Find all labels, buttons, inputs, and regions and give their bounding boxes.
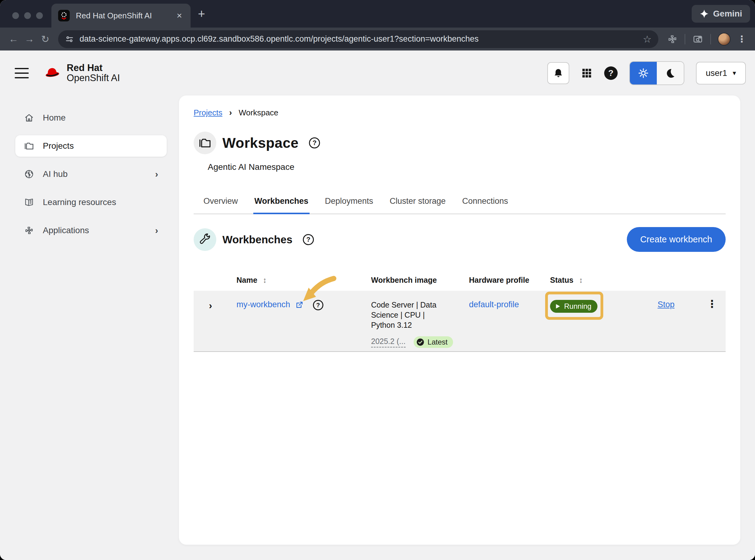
workbenches-section-header: Workbenches ? Create workbench [193,227,726,252]
openshift-ai-app: Red Hat OpenShift AI ? [0,51,755,560]
toolbar-divider [710,34,711,44]
table-header-row: Name ↕ Workbench image Hardware profile … [193,272,726,291]
tab-close-icon[interactable]: × [175,11,184,21]
window-controls[interactable] [12,12,43,19]
window-zoom-button[interactable] [36,12,43,19]
image-version-truncated[interactable]: 2025.2 (... [371,337,406,348]
tab-search-icon[interactable] [692,33,703,45]
column-header-workbench-image: Workbench image [359,272,460,291]
breadcrumb: Projects › Workspace [193,108,726,118]
workbench-name-link[interactable]: my-workbench [237,300,290,309]
status-cell: Running [536,291,607,351]
url-text[interactable]: data-science-gateway.apps.ocp.cl69z.sand… [80,34,638,44]
window-close-button[interactable] [12,12,19,19]
wrench-icon [193,228,216,251]
name-cell: my-workbench ? [227,291,359,351]
sidebar-item-label: Learning resources [43,197,116,207]
chevron-right-icon: › [155,169,158,179]
play-icon [554,303,561,310]
browser-menu-icon[interactable]: ⋮ [737,34,747,44]
create-workbench-button[interactable]: Create workbench [627,227,726,252]
browser-window: Red Hat OpenShift AI × + Gemini ← → ↻ da… [0,0,755,560]
window-minimize-button[interactable] [24,12,31,19]
workbench-image-cell: Code Server | Data Science | CPU | Pytho… [359,291,460,351]
column-header-name[interactable]: Name ↕ [227,272,359,291]
page-title: Workspace [222,135,299,151]
dark-theme-button[interactable] [657,62,684,84]
site-settings-icon[interactable] [65,35,74,44]
gemini-label: Gemini [713,9,742,19]
extensions-puzzle-icon[interactable] [667,34,678,45]
latest-badge: Latest [414,336,453,348]
column-header-hardware-profile: Hardware profile [460,272,536,291]
sidebar-item-learning-resources[interactable]: Learning resources [15,192,167,213]
user-menu-button[interactable]: user1 ▾ [696,62,746,84]
brand-line1: Red Hat [67,63,120,73]
chevron-down-icon: ▾ [733,69,736,77]
workbench-image-name: Code Server | Data Science | CPU | Pytho… [371,300,448,330]
sidebar-item-home[interactable]: Home [15,107,167,128]
title-help-icon[interactable]: ? [309,137,320,148]
action-cell: Stop [607,291,698,351]
sort-icon[interactable]: ↕ [263,276,267,285]
section-help-icon[interactable]: ? [303,234,314,245]
row-kebab-menu[interactable]: ⋮ [698,291,726,351]
brand-logo[interactable]: Red Hat OpenShift AI [43,63,120,83]
tab-connections[interactable]: Connections [461,192,509,214]
tab-cluster-storage[interactable]: Cluster storage [388,192,447,214]
tab-workbenches[interactable]: Workbenches [253,192,310,214]
folder-icon [24,141,35,151]
theme-toggle [629,61,684,85]
chevron-right-icon: › [155,225,158,236]
sidebar-item-label: AI hub [43,169,68,179]
nav-toggle-hamburger-icon[interactable] [15,68,29,78]
sidebar-item-projects[interactable]: Projects [15,135,167,157]
masthead-actions: ? user1 ▾ [547,61,746,85]
hardware-profile-link[interactable]: default-profile [469,300,519,309]
tab-overview[interactable]: Overview [202,192,239,214]
hardware-profile-cell: default-profile [460,291,536,351]
toolbar-divider [685,34,685,44]
address-bar[interactable]: data-science-gateway.apps.ocp.cl69z.sand… [58,30,658,48]
browser-profile-avatar[interactable] [718,33,731,46]
sidebar-item-label: Home [43,113,66,123]
gemini-button[interactable]: Gemini [692,5,750,23]
row-expand-toggle[interactable]: › [193,291,227,351]
name-help-icon[interactable]: ? [313,300,323,310]
sidebar-item-applications[interactable]: Applications › [15,220,167,241]
sort-icon[interactable]: ↕ [579,276,583,285]
breadcrumb-projects-link[interactable]: Projects [193,108,222,118]
new-tab-button[interactable]: + [198,7,205,21]
sidebar-item-label: Projects [43,141,74,151]
puzzle-icon [24,225,35,236]
tab-title: Red Hat OpenShift AI [76,11,175,20]
project-description: Agentic AI Namespace [208,162,726,172]
bookmark-star-icon[interactable]: ☆ [643,33,652,45]
browser-tab-strip: Red Hat OpenShift AI × + Gemini [0,0,755,27]
section-title: Workbenches [222,234,292,246]
forward-button[interactable]: → [21,33,37,45]
tab-deployments[interactable]: Deployments [324,192,374,214]
app-launcher-grid-icon[interactable] [581,67,593,79]
home-icon [24,113,35,123]
brand-line2: OpenShift AI [67,73,120,83]
breadcrumb-chevron-icon: › [229,108,232,118]
sparkle-icon [700,9,709,18]
browser-tab[interactable]: Red Hat OpenShift AI × [52,4,190,27]
check-circle-icon [416,338,425,346]
light-theme-button[interactable] [630,62,657,84]
help-button[interactable]: ? [604,66,618,80]
column-header-status[interactable]: Status ↕ [536,272,607,291]
breadcrumb-current: Workspace [239,108,279,118]
sidebar-item-ai-hub[interactable]: AI hub › [15,163,167,185]
project-folder-icon [193,132,216,154]
book-icon [24,197,35,207]
stop-link[interactable]: Stop [657,300,675,351]
notifications-bell-button[interactable] [547,62,569,84]
table-row-my-workbench: › my-workbench ? Code Server | Data Scie… [193,291,726,352]
external-link-icon[interactable] [295,300,304,309]
back-button[interactable]: ← [5,33,21,45]
content-card: Projects › Workspace Workspace ? Agentic… [179,96,740,545]
sidebar-nav: Home Projects AI hub › [0,96,179,560]
reload-button[interactable]: ↻ [37,33,53,45]
